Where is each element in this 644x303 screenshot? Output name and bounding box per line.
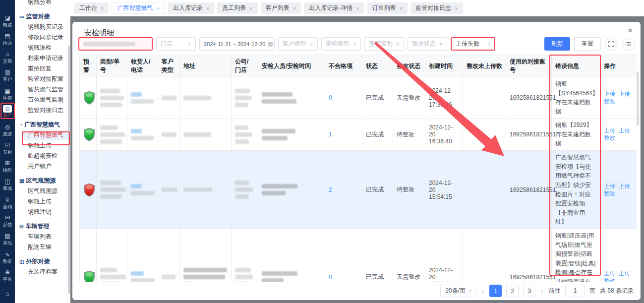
rectify-status-cell: 待整改: [393, 119, 425, 151]
col-inspector-time: 安检人员/安检时间: [258, 55, 325, 77]
section-icon: ⊟: [19, 224, 23, 229]
tab-close-icon[interactable]: ×: [400, 5, 403, 11]
rail-item-overview[interactable]: ◪概览: [0, 12, 15, 30]
warn-level-select[interactable]: 预警级别∨: [364, 37, 404, 51]
tab-supervision-log[interactable]: 监管对接日志×: [410, 2, 463, 14]
inspect-type-select[interactable]: 安检类型∨: [321, 37, 361, 51]
tab-close-icon[interactable]: ×: [206, 5, 209, 11]
unqualified-count-link[interactable]: 0: [329, 274, 332, 281]
prev-page-icon[interactable]: ‹: [481, 287, 485, 295]
menu-item[interactable]: 钢瓶送检: [23, 43, 70, 53]
rail-item-marketing[interactable]: ♕营销: [0, 194, 15, 212]
menu-item[interactable]: 档案申请记录: [23, 53, 70, 63]
organization-icon: ⊞: [5, 160, 10, 167]
rail-item-feedback[interactable]: ✉反馈: [0, 212, 15, 231]
tab-workbench[interactable]: 工作台×: [74, 2, 109, 14]
tab-close-icon[interactable]: ×: [156, 5, 159, 11]
unqualified-count-link[interactable]: 0: [329, 94, 332, 101]
unqualified-count-link[interactable]: 1: [329, 131, 332, 138]
trace-icon: ◎: [5, 123, 10, 131]
error-message-cell: 钢瓶|调压器|用气场所|燃气泄漏报警器|切断装置|管线|灶具|检漏|是否存在其他…: [552, 229, 600, 282]
menu-scrollbar[interactable]: [68, 46, 70, 294]
rail-item-mall[interactable]: ◫商城: [0, 176, 15, 194]
fullscreen-button[interactable]: [605, 38, 618, 51]
table-row[interactable]: 0 已完成 无需整改 2024-12-20 10:50:22 169258618…: [80, 229, 637, 282]
table-row[interactable]: 0 已完成 无需整改 2024-12-20 17:33:26 169258618…: [80, 77, 637, 119]
table-row-selected[interactable]: 2 已完成 待整改 2024-12-20 15:54:15 1692586182…: [80, 151, 637, 229]
page-size-select[interactable]: 20条/页▾: [440, 285, 476, 297]
unqualified-count-link[interactable]: 2: [329, 186, 332, 193]
menu-item[interactable]: 监管对接日志: [23, 105, 70, 116]
menu-item[interactable]: 配送车辆: [23, 242, 70, 252]
rectify-status-cell: 无需整改: [393, 229, 425, 282]
tab-customer-list[interactable]: 客户列表×: [261, 2, 301, 14]
mall-icon: ◫: [4, 178, 10, 185]
rail-item-assets[interactable]: ⊙资产: [0, 103, 15, 121]
fullscreen-icon: [608, 41, 614, 47]
rail-item-todo[interactable]: ▤待办: [0, 30, 15, 49]
rail-item-trace[interactable]: ◎溯源: [0, 121, 15, 139]
customer-type-select[interactable]: 客户类型∨: [278, 37, 318, 51]
next-page-icon[interactable]: ›: [540, 287, 544, 295]
todo-icon: ▤: [4, 33, 10, 40]
rail-item-platform[interactable]: ⊕平台: [0, 267, 15, 285]
menu-item[interactable]: 充装秤档案: [23, 267, 70, 277]
keyword-input[interactable]: [78, 37, 153, 51]
redacted-cell: [232, 77, 258, 119]
page-button-1[interactable]: 1: [489, 285, 502, 297]
table-scrollbar[interactable]: [637, 71, 639, 126]
menu-item[interactable]: 钢瓶上传: [23, 140, 70, 151]
menu-item[interactable]: 钢瓶上传: [23, 196, 70, 207]
tab-guangxi-smart-gas[interactable]: 广西智慧燃气×: [112, 2, 165, 14]
upload-link[interactable]: 上传: [604, 270, 615, 276]
rail-item-customer[interactable]: ▥客户: [0, 66, 15, 85]
page-button-3[interactable]: 3: [523, 285, 535, 297]
tab-inout-records[interactable]: 出入库记录×: [168, 2, 214, 14]
tab-close-icon[interactable]: ×: [356, 5, 359, 11]
upload-link[interactable]: 上传: [604, 127, 615, 133]
tab-close-icon[interactable]: ×: [249, 5, 252, 11]
menu-item-guangxi-smart-gas[interactable]: 广西智慧燃气: [23, 130, 70, 140]
menu-item[interactable]: 车辆列表: [23, 232, 70, 242]
rectify-not-uploaded-cell: [463, 151, 506, 229]
upload-link[interactable]: 上传: [604, 183, 615, 189]
menu-item[interactable]: 临超期安检: [23, 151, 70, 161]
menu-item[interactable]: 修改同步记录: [23, 32, 70, 43]
column-settings-button[interactable]: [622, 38, 635, 51]
menu-item[interactable]: 重拍回复: [23, 63, 70, 74]
close-icon[interactable]: ×: [628, 26, 633, 36]
menu-item[interactable]: 钢瓶注销: [23, 207, 70, 217]
menu-item[interactable]: 监管对接配置: [23, 74, 70, 84]
menu-item[interactable]: 智慧燃气监管: [23, 84, 70, 95]
menu-item-cylinder-distribution[interactable]: 钢瓶分布: [23, 0, 70, 7]
menu-item[interactable]: 区气瓶溯源: [23, 186, 70, 196]
tab-close-icon[interactable]: ×: [455, 5, 458, 11]
store-select[interactable]: 门店∨: [156, 37, 196, 51]
upload-link[interactable]: 上传: [604, 91, 615, 97]
tab-employee-list[interactable]: 员工列表×: [217, 2, 257, 14]
tab-close-icon[interactable]: ×: [293, 5, 296, 11]
refresh-button[interactable]: 刷新: [544, 37, 570, 51]
rail-item-other[interactable]: ▧其他: [0, 230, 15, 248]
rail-item-inventory[interactable]: ▦库存: [0, 85, 15, 103]
table-row[interactable]: 1 已完成 待整改 2024-12-20 16:36:40 1692586182…: [80, 119, 637, 151]
upload-status-select[interactable]: 上传失败∨: [451, 37, 495, 51]
reset-button[interactable]: 重置: [574, 37, 601, 51]
rail-item-partial[interactable]: ⌂: [0, 285, 15, 303]
date-range-picker[interactable]: 2024-11-21 ~ 2024-12-20▦: [199, 37, 275, 51]
page-button-2[interactable]: 2: [506, 285, 519, 297]
tab-order-list[interactable]: 订单列表×: [367, 2, 408, 14]
page-jump-input[interactable]: 1: [565, 285, 585, 297]
menu-item[interactable]: 用户销户: [23, 161, 70, 172]
menu-item[interactable]: 百色燃气监测: [23, 95, 70, 105]
rail-item-trade[interactable]: ⌂交易: [0, 48, 15, 66]
rectify-status-select[interactable]: 整改状态∨: [408, 37, 447, 51]
rail-item-organization[interactable]: ⊞组织: [0, 158, 15, 176]
tab-close-icon[interactable]: ×: [101, 5, 104, 11]
tab-inout-detail[interactable]: 出入库记录-详情×: [304, 2, 364, 14]
inventory-icon: ▦: [4, 87, 10, 95]
rail-item-inspection[interactable]: ☑安检: [0, 139, 15, 158]
menu-item[interactable]: 钢瓶购买记录: [23, 22, 70, 32]
rail-item-data[interactable]: ∿数据: [0, 248, 15, 267]
redacted-cell: [232, 119, 258, 151]
